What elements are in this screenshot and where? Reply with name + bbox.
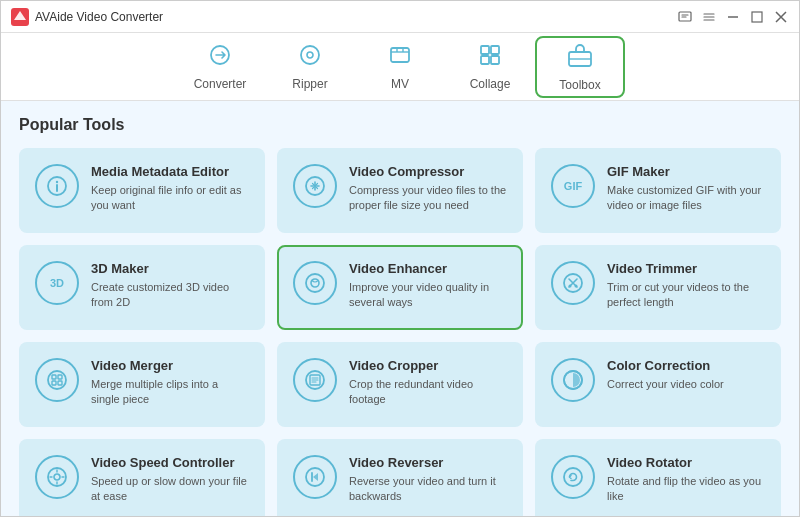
tool-desc-video-cropper: Crop the redundant video footage [349,377,507,408]
tool-name-color-correction: Color Correction [607,358,765,373]
svg-point-4 [301,46,319,64]
nav-collage[interactable]: Collage [445,36,535,98]
svg-rect-6 [391,48,409,62]
converter-icon [208,43,232,73]
tool-icon-video-compressor [293,164,337,208]
svg-point-5 [307,52,313,58]
tool-name-media-metadata: Media Metadata Editor [91,164,249,179]
tool-info-video-rotator: Video RotatorRotate and flip the video a… [607,455,765,505]
tool-desc-video-reverser: Reverse your video and turn it backwards [349,474,507,505]
svg-rect-2 [752,12,762,22]
tools-grid: Media Metadata EditorKeep original file … [19,148,781,516]
svg-point-13 [56,181,58,183]
tool-desc-color-correction: Correct your video color [607,377,765,392]
tool-desc-video-rotator: Rotate and flip the video as you like [607,474,765,505]
toolbox-label: Toolbox [559,78,600,92]
svg-rect-8 [491,46,499,54]
tool-info-color-correction: Color CorrectionCorrect your video color [607,358,765,392]
svg-rect-22 [58,375,62,379]
menu-icon[interactable] [701,9,717,25]
tool-card-color-correction[interactable]: Color CorrectionCorrect your video color [535,342,781,427]
tool-name-video-cropper: Video Cropper [349,358,507,373]
tool-card-video-rotator[interactable]: Video RotatorRotate and flip the video a… [535,439,781,516]
tool-icon-video-reverser [293,455,337,499]
title-bar-left: AVAide Video Converter [11,8,163,26]
tool-desc-video-trimmer: Trim or cut your videos to the perfect l… [607,280,765,311]
svg-rect-24 [58,381,62,385]
mv-label: MV [391,77,409,91]
close-button[interactable] [773,9,789,25]
title-bar: AVAide Video Converter [1,1,799,33]
tool-card-video-cropper[interactable]: Video CropperCrop the redundant video fo… [277,342,523,427]
tool-card-3d-maker[interactable]: 3D3D MakerCreate customized 3D video fro… [19,245,265,330]
tool-icon-video-trimmer [551,261,595,305]
svg-point-15 [306,274,324,292]
nav-toolbox[interactable]: Toolbox [535,36,625,98]
tool-name-video-trimmer: Video Trimmer [607,261,765,276]
tool-card-video-reverser[interactable]: Video ReverserReverse your video and tur… [277,439,523,516]
minimize-button[interactable] [725,9,741,25]
tool-name-gif-maker: GIF Maker [607,164,765,179]
tool-icon-video-rotator [551,455,595,499]
tool-desc-video-merger: Merge multiple clips into a single piece [91,377,249,408]
tool-desc-3d-maker: Create customized 3D video from 2D [91,280,249,311]
window-controls [677,9,789,25]
svg-point-30 [54,474,60,480]
nav-bar: Converter Ripper MV [1,33,799,101]
tool-info-video-reverser: Video ReverserReverse your video and tur… [349,455,507,505]
feedback-icon[interactable] [677,9,693,25]
tool-info-video-enhancer: Video EnhancerImprove your video quality… [349,261,507,311]
tool-icon-video-speed-controller [35,455,79,499]
svg-point-18 [569,285,572,288]
mv-icon [388,43,412,73]
tool-icon-video-enhancer [293,261,337,305]
svg-rect-23 [52,381,56,385]
ripper-icon [298,43,322,73]
nav-converter[interactable]: Converter [175,36,265,98]
svg-rect-10 [491,56,499,64]
svg-rect-21 [52,375,56,379]
tool-name-video-speed-controller: Video Speed Controller [91,455,249,470]
tool-info-video-speed-controller: Video Speed ControllerSpeed up or slow d… [91,455,249,505]
tool-name-video-compressor: Video Compressor [349,164,507,179]
tool-info-video-merger: Video MergerMerge multiple clips into a … [91,358,249,408]
tool-card-video-compressor[interactable]: Video CompressorCompress your video file… [277,148,523,233]
main-content: Popular Tools Media Metadata EditorKeep … [1,101,799,516]
converter-label: Converter [194,77,247,91]
svg-point-19 [575,285,578,288]
tool-card-media-metadata[interactable]: Media Metadata EditorKeep original file … [19,148,265,233]
tool-icon-color-correction [551,358,595,402]
svg-point-20 [48,371,66,389]
tool-icon-3d-maker: 3D [35,261,79,305]
maximize-button[interactable] [749,9,765,25]
tool-desc-video-speed-controller: Speed up or slow down your file at ease [91,474,249,505]
tool-card-video-enhancer[interactable]: Video EnhancerImprove your video quality… [277,245,523,330]
tool-info-video-compressor: Video CompressorCompress your video file… [349,164,507,214]
tool-card-gif-maker[interactable]: GIFGIF MakerMake customized GIF with you… [535,148,781,233]
collage-icon [478,43,502,73]
tool-name-video-merger: Video Merger [91,358,249,373]
tool-card-video-speed-controller[interactable]: Video Speed ControllerSpeed up or slow d… [19,439,265,516]
tool-info-3d-maker: 3D MakerCreate customized 3D video from … [91,261,249,311]
tool-name-video-enhancer: Video Enhancer [349,261,507,276]
tool-name-video-rotator: Video Rotator [607,455,765,470]
tool-info-gif-maker: GIF MakerMake customized GIF with your v… [607,164,765,214]
tool-desc-gif-maker: Make customized GIF with your video or i… [607,183,765,214]
tool-desc-video-compressor: Compress your video files to the proper … [349,183,507,214]
tool-name-video-reverser: Video Reverser [349,455,507,470]
nav-mv[interactable]: MV [355,36,445,98]
svg-rect-7 [481,46,489,54]
svg-rect-9 [481,56,489,64]
svg-marker-0 [14,11,26,20]
collage-label: Collage [470,77,511,91]
svg-point-32 [564,468,582,486]
app-title: AVAide Video Converter [35,10,163,24]
ripper-label: Ripper [292,77,327,91]
nav-ripper[interactable]: Ripper [265,36,355,98]
tool-card-video-merger[interactable]: Video MergerMerge multiple clips into a … [19,342,265,427]
tool-name-3d-maker: 3D Maker [91,261,249,276]
tool-card-video-trimmer[interactable]: Video TrimmerTrim or cut your videos to … [535,245,781,330]
tool-icon-video-merger [35,358,79,402]
tool-desc-video-enhancer: Improve your video quality in several wa… [349,280,507,311]
app-icon [11,8,29,26]
